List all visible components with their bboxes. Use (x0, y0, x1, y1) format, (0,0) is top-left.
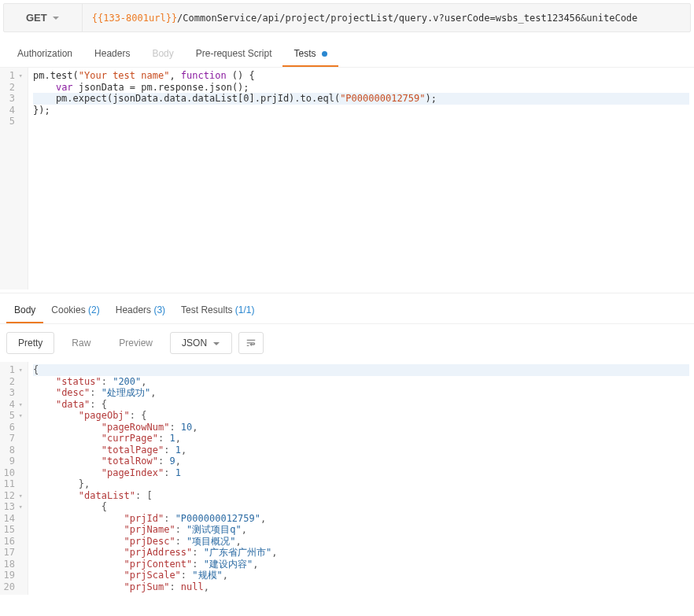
testresults-label: Test Results (181, 304, 232, 315)
testresults-count: (1/1) (235, 304, 255, 315)
resp-tab-cookies[interactable]: Cookies (2) (43, 298, 107, 323)
view-preview-button[interactable]: Preview (108, 333, 164, 353)
url-input[interactable]: {{133-8001url}}/CommonService/api/projec… (83, 5, 690, 31)
headers-count: (3) (153, 304, 165, 315)
format-select[interactable]: JSON (170, 332, 232, 354)
tab-headers[interactable]: Headers (83, 42, 141, 67)
resp-tab-testresults[interactable]: Test Results (1/1) (173, 298, 262, 323)
chevron-down-icon (52, 14, 60, 22)
tab-tests-label: Tests (293, 48, 316, 59)
method-label: GET (26, 12, 47, 24)
dirty-indicator-icon (322, 51, 327, 57)
chevron-down-icon (212, 340, 220, 348)
wrap-icon (245, 338, 257, 349)
view-raw-button[interactable]: Raw (61, 333, 102, 353)
request-tabs: Authorization Headers Body Pre-request S… (0, 35, 694, 68)
response-gutter: 1▾234▾5▾6789101112▾13▾14151617181920 (0, 362, 28, 595)
wrap-lines-button[interactable] (238, 332, 264, 354)
tab-prerequest[interactable]: Pre-request Script (185, 42, 283, 67)
url-bar: GET {{133-8001url}}/CommonService/api/pr… (3, 3, 691, 32)
url-path: /CommonService/api/project/projectList/q… (177, 13, 637, 24)
tests-editor[interactable]: 1▾ 2 3 4 5 pm.test("Your test name", fun… (0, 68, 694, 290)
response-toolbar: Pretty Raw Preview JSON (0, 324, 694, 362)
cookies-label: Cookies (51, 304, 85, 315)
cookies-count: (2) (88, 304, 100, 315)
editor-gutter: 1▾ 2 3 4 5 (0, 68, 28, 290)
tab-authorization[interactable]: Authorization (6, 42, 83, 67)
response-body-editor[interactable]: 1▾234▾5▾6789101112▾13▾14151617181920 { "… (0, 362, 694, 595)
format-label: JSON (182, 338, 207, 349)
headers-label: Headers (116, 304, 151, 315)
http-method-select[interactable]: GET (4, 4, 83, 31)
resp-tab-body[interactable]: Body (6, 298, 43, 323)
view-pretty-button[interactable]: Pretty (6, 332, 54, 354)
resp-tab-headers[interactable]: Headers (3) (108, 298, 173, 323)
response-content[interactable]: { "status": "200", "desc": "处理成功", "data… (28, 362, 694, 595)
tab-body[interactable]: Body (141, 42, 184, 67)
url-variable: {{133-8001url}} (92, 13, 177, 24)
response-tabs: Body Cookies (2) Headers (3) Test Result… (0, 293, 694, 324)
tab-tests[interactable]: Tests (282, 42, 338, 67)
editor-content[interactable]: pm.test("Your test name", function () { … (28, 68, 694, 290)
